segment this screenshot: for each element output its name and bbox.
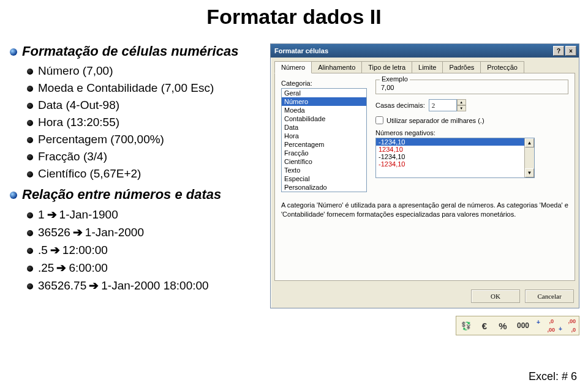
- arrow-icon: ➔: [45, 208, 59, 221]
- list-item: Número (7,00): [27, 64, 264, 78]
- decimals-input[interactable]: [429, 99, 457, 111]
- list-item: Hora (13:20:55): [27, 116, 264, 129]
- bullet-icon: [27, 86, 33, 92]
- bullet-icon: [10, 192, 17, 199]
- number-format-toolbar: 💱 € % 000 + ,0 ,00 ,00 + ,0: [456, 316, 579, 335]
- list-item: 36526.75➔1-Jan-2000 18:00:00: [27, 278, 264, 293]
- currency-style-icon[interactable]: 💱: [457, 317, 475, 334]
- bullet-icon: [27, 212, 33, 218]
- section-title-text: Relação entre números e datas: [22, 187, 221, 202]
- close-button[interactable]: ×: [565, 46, 576, 56]
- ok-button[interactable]: OK: [471, 289, 520, 303]
- item-text: Data (4-Out-98): [38, 99, 119, 111]
- section-heading: Formatação de células numéricas: [10, 43, 264, 59]
- bullet-icon: [27, 137, 33, 143]
- tab-limite[interactable]: Limite: [412, 61, 443, 73]
- map-left: .5: [38, 244, 48, 256]
- category-option[interactable]: Hora: [282, 132, 366, 140]
- tab-strip: Número Alinhamento Tipo de letra Limite …: [271, 58, 579, 73]
- item-text: Fracção (3/4): [38, 150, 107, 163]
- map-left: 36526.75: [38, 279, 86, 292]
- category-label: Categoria:: [281, 80, 367, 87]
- tab-tipo-de-letra[interactable]: Tipo de letra: [361, 61, 412, 73]
- bullet-icon: [27, 266, 33, 272]
- list-item: 36526➔1-Jan-2000: [27, 225, 264, 239]
- bullet-icon: [27, 69, 33, 75]
- category-option[interactable]: Número: [282, 97, 366, 106]
- list-item: .25➔6:00:00: [27, 261, 264, 275]
- negative-option[interactable]: -1234,10: [376, 153, 534, 160]
- map-right: 12:00:00: [62, 244, 108, 256]
- category-option[interactable]: Moeda: [282, 106, 366, 114]
- tab-padroes[interactable]: Padrões: [442, 61, 481, 73]
- map-left: .25: [38, 261, 54, 274]
- tab-proteccao[interactable]: Protecção: [480, 61, 524, 73]
- category-listbox[interactable]: Geral Número Moeda Contabilidade Data Ho…: [281, 88, 367, 192]
- bullet-icon: [10, 48, 17, 56]
- item-text: Moeda e Contabilidade (7,00 Esc): [38, 81, 214, 94]
- negative-option[interactable]: -1234,10: [376, 160, 534, 168]
- example-group-label: Exemplo: [380, 75, 410, 83]
- category-option[interactable]: Data: [282, 123, 366, 132]
- outline-column: Formatação de células numéricas Número (…: [10, 43, 264, 335]
- percent-icon[interactable]: %: [494, 317, 512, 334]
- map-left: 1: [38, 208, 45, 221]
- spinner-down-icon[interactable]: ▼: [457, 105, 466, 111]
- category-option[interactable]: Geral: [282, 89, 366, 97]
- list-item: Científico (5,67E+2): [27, 167, 264, 181]
- negative-numbers-listbox[interactable]: -1234,10 1234,10 -1234,10 -1234,10 ▲ ▼: [375, 138, 535, 178]
- category-option[interactable]: Texto: [282, 166, 366, 174]
- decimals-label: Casas decimais:: [375, 102, 425, 109]
- category-option[interactable]: Percentagem: [282, 140, 366, 149]
- map-left: 36526: [38, 226, 70, 239]
- section-title-text: Formatação de células numéricas: [22, 43, 238, 59]
- euro-icon[interactable]: €: [475, 317, 494, 334]
- thousands-separator-checkbox[interactable]: [375, 116, 383, 124]
- example-group: Exemplo 7,00: [375, 80, 568, 94]
- help-button[interactable]: ?: [553, 46, 564, 56]
- decimals-spinner[interactable]: ▲ ▼: [429, 99, 466, 111]
- bullet-icon: [27, 120, 33, 126]
- bullet-icon: [27, 283, 33, 289]
- increase-decimal-icon[interactable]: + ,0 ,00: [534, 317, 556, 334]
- bullet-icon: [27, 171, 33, 177]
- map-right: 1-Jan-2000 18:00:00: [101, 279, 208, 292]
- tab-numero[interactable]: Número: [274, 61, 312, 73]
- bullet-icon: [27, 154, 33, 160]
- category-description: A categoria 'Número' é utilizada para a …: [281, 201, 568, 219]
- map-right: 6:00:00: [69, 261, 107, 274]
- bullet-icon: [27, 103, 33, 109]
- map-right: 1-Jan-2000: [85, 226, 144, 239]
- arrow-icon: ➔: [86, 279, 101, 292]
- tab-panel: Categoria: Geral Número Moeda Contabilid…: [274, 73, 575, 281]
- tab-alinhamento[interactable]: Alinhamento: [311, 61, 362, 73]
- list-item: Percentagem (700,00%): [27, 133, 264, 146]
- category-option[interactable]: Especial: [282, 174, 366, 183]
- item-text: Percentagem (700,00%): [38, 133, 164, 146]
- scroll-down-icon[interactable]: ▼: [525, 168, 534, 177]
- category-option[interactable]: Científico: [282, 157, 366, 166]
- scroll-up-icon[interactable]: ▲: [525, 138, 534, 147]
- list-item: 1➔1-Jan-1900: [27, 207, 264, 222]
- dialog-titlebar[interactable]: Formatar células ? ×: [271, 44, 579, 58]
- section-heading: Relação entre números e datas: [10, 187, 264, 203]
- decrease-decimal-icon[interactable]: ,00 + ,0: [556, 317, 578, 334]
- example-value: 7,00: [381, 84, 394, 91]
- scrollbar[interactable]: ▲ ▼: [524, 138, 534, 177]
- comma-style-icon[interactable]: 000: [512, 317, 534, 334]
- spinner-up-icon[interactable]: ▲: [457, 99, 466, 105]
- item-text: Número (7,00): [38, 64, 113, 77]
- negative-option[interactable]: -1234,10: [376, 138, 534, 146]
- list-item: Data (4-Out-98): [27, 99, 264, 112]
- list-item: .5➔12:00:00: [27, 243, 264, 257]
- cancel-button[interactable]: Cancelar: [525, 289, 574, 303]
- bullet-icon: [27, 248, 33, 254]
- dialog-title: Formatar células: [274, 47, 552, 54]
- category-option[interactable]: Fracção: [282, 149, 366, 157]
- category-option[interactable]: Contabilidade: [282, 114, 366, 123]
- thousands-separator-label: Utilizar separador de milhares (.): [386, 117, 484, 124]
- category-option[interactable]: Personalizado: [282, 183, 366, 192]
- negative-option[interactable]: 1234,10: [376, 146, 534, 153]
- format-cells-dialog: Formatar células ? × Número Alinhamento …: [270, 43, 579, 308]
- slide-footer: Excel: # 6: [529, 370, 577, 383]
